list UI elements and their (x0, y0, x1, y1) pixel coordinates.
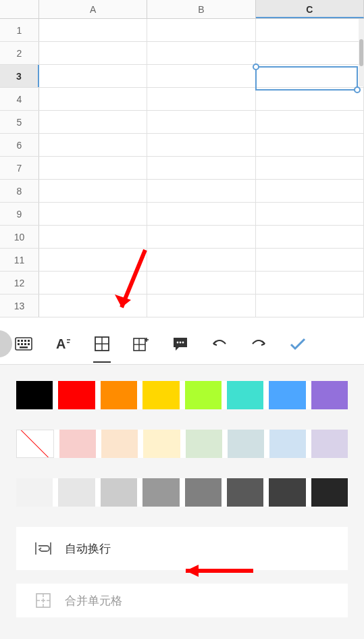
keyboard-button[interactable] (4, 324, 43, 364)
cell[interactable] (39, 19, 147, 41)
cell[interactable] (147, 180, 255, 202)
color-swatch[interactable] (142, 478, 179, 507)
col-header-c[interactable]: C (256, 0, 364, 18)
redo-button[interactable] (239, 324, 278, 364)
color-swatch[interactable] (311, 381, 348, 409)
cell[interactable] (256, 226, 364, 248)
row-header[interactable]: 2 (0, 42, 39, 64)
row-header[interactable]: 9 (0, 203, 39, 225)
cell[interactable] (39, 65, 147, 87)
vertical-scrollbar[interactable] (359, 19, 364, 86)
cell[interactable] (256, 203, 364, 225)
grid-row: 9 (0, 203, 364, 226)
color-swatch[interactable] (59, 430, 96, 458)
color-swatch[interactable] (101, 430, 138, 458)
cell[interactable] (39, 42, 147, 64)
color-swatch[interactable] (16, 478, 53, 507)
svg-rect-5 (18, 343, 20, 345)
font-format-button[interactable]: A (43, 324, 82, 364)
color-swatch[interactable] (185, 478, 222, 507)
svg-point-23 (182, 341, 184, 343)
cell[interactable] (256, 249, 364, 271)
comment-button[interactable] (161, 324, 200, 364)
row-header[interactable]: 7 (0, 157, 39, 179)
cell[interactable] (147, 272, 255, 294)
cell[interactable] (39, 134, 147, 156)
cell[interactable] (39, 111, 147, 133)
cell[interactable] (147, 295, 255, 317)
cell[interactable] (256, 295, 364, 317)
color-swatch[interactable] (311, 430, 348, 458)
row-header[interactable]: 12 (0, 272, 39, 294)
cell[interactable] (256, 272, 364, 294)
spreadsheet-grid: A B C 12345678910111213 (0, 0, 364, 317)
undo-button[interactable] (200, 324, 239, 364)
color-swatch[interactable] (101, 381, 137, 409)
row-header[interactable]: 3 (0, 65, 39, 87)
color-swatch[interactable] (269, 381, 305, 409)
svg-rect-3 (24, 340, 26, 342)
color-swatch[interactable] (16, 381, 53, 409)
color-swatch[interactable] (311, 478, 348, 507)
cell[interactable] (147, 134, 255, 156)
color-swatch[interactable] (16, 430, 54, 458)
cell[interactable] (39, 157, 147, 179)
color-swatch[interactable] (269, 478, 305, 507)
select-all-corner[interactable] (0, 0, 39, 18)
row-header[interactable]: 1 (0, 19, 39, 41)
color-swatch[interactable] (143, 430, 180, 458)
color-swatch[interactable] (58, 478, 95, 507)
row-header[interactable]: 5 (0, 111, 39, 133)
confirm-button[interactable] (278, 324, 317, 364)
cell[interactable] (147, 65, 255, 87)
column-headers: A B C (0, 0, 364, 19)
col-header-a[interactable]: A (39, 0, 147, 18)
merge-cells-option[interactable]: 合并单元格 (16, 584, 348, 617)
color-swatch[interactable] (227, 381, 263, 409)
svg-text:A: A (56, 336, 66, 351)
color-swatch[interactable] (186, 430, 222, 458)
insert-button[interactable] (122, 324, 161, 364)
color-swatch[interactable] (58, 381, 95, 409)
row-header[interactable]: 6 (0, 134, 39, 156)
cell[interactable] (256, 111, 364, 133)
cell[interactable] (147, 226, 255, 248)
cell[interactable] (256, 65, 364, 87)
cell[interactable] (39, 180, 147, 202)
cell[interactable] (256, 19, 364, 41)
color-swatch[interactable] (101, 478, 137, 507)
wrap-text-option[interactable]: 自动换行 (16, 527, 348, 570)
cell[interactable] (147, 111, 255, 133)
scrollbar-thumb[interactable] (359, 39, 363, 66)
cell[interactable] (256, 157, 364, 179)
cell[interactable] (147, 249, 255, 271)
color-swatch[interactable] (227, 478, 263, 507)
row-header[interactable]: 4 (0, 88, 39, 110)
cell[interactable] (39, 272, 147, 294)
cell-format-button[interactable] (82, 324, 122, 364)
cell[interactable] (39, 203, 147, 225)
cell[interactable] (147, 157, 255, 179)
row-header[interactable]: 8 (0, 180, 39, 202)
cell[interactable] (39, 295, 147, 317)
color-swatch[interactable] (269, 430, 306, 458)
cell[interactable] (256, 134, 364, 156)
col-header-b[interactable]: B (147, 0, 255, 18)
row-header[interactable]: 13 (0, 295, 39, 317)
cell[interactable] (147, 203, 255, 225)
row-header[interactable]: 10 (0, 226, 39, 248)
color-swatch[interactable] (142, 381, 179, 409)
cell[interactable] (256, 42, 364, 64)
color-swatch[interactable] (228, 430, 264, 458)
cell[interactable] (147, 42, 255, 64)
color-swatch[interactable] (185, 381, 222, 409)
row-header[interactable]: 11 (0, 249, 39, 271)
cell[interactable] (147, 88, 255, 110)
cell[interactable] (256, 180, 364, 202)
svg-rect-8 (28, 343, 30, 345)
cell[interactable] (147, 19, 255, 41)
cell[interactable] (39, 88, 147, 110)
cell[interactable] (256, 88, 364, 110)
cell[interactable] (39, 249, 147, 271)
cell[interactable] (39, 226, 147, 248)
